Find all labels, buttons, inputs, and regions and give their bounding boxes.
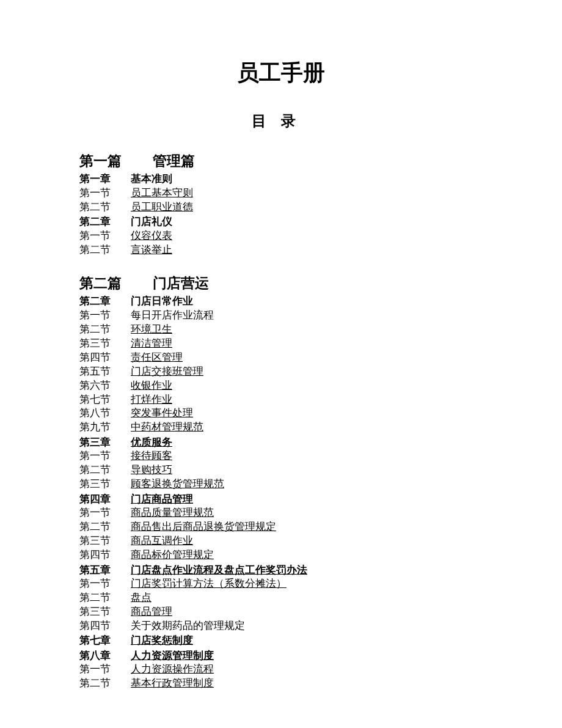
toc-section-label: 第二节 — [79, 200, 131, 214]
toc-section-label: 第二节 — [79, 520, 131, 534]
toc-section-label: 第二节 — [79, 463, 131, 477]
toc-section-title: 人力资源操作流程 — [131, 663, 214, 675]
toc-chapter-title: 门店日常作业 — [131, 295, 193, 307]
toc-section-label: 第四节 — [79, 548, 131, 562]
toc-section-title: 基本行政管理制度 — [131, 677, 214, 689]
toc-section-title: 仪容仪表 — [131, 230, 172, 241]
toc-section-title: 商品互调作业 — [131, 535, 193, 546]
toc-section-line: 第九节中药材管理规范 — [79, 421, 483, 434]
toc-section-label: 第七节 — [79, 393, 131, 406]
toc-section-line: 第三节清洁管理 — [79, 337, 483, 350]
toc-section-label: 第一节 — [79, 229, 131, 243]
toc-section-line: 第七节打烊作业 — [79, 393, 483, 406]
toc-section-line: 第一节人力资源操作流程 — [79, 663, 483, 676]
toc-section-title: 接待顾客 — [131, 450, 172, 461]
toc-chapter-line: 第二章门店日常作业 — [79, 295, 483, 308]
toc-section-title: 收银作业 — [131, 380, 172, 391]
toc-chapter-title: 优质服务 — [131, 436, 172, 448]
toc-section-line: 第一节门店奖罚计算方法（系数分摊法） — [79, 577, 483, 590]
toc-section-label: 第三节 — [79, 605, 131, 619]
toc-chapter-title: 门店商品管理 — [131, 493, 193, 505]
toc-section-line: 第三节商品管理 — [79, 605, 483, 619]
toc-chapter-line: 第一章基本准则 — [79, 172, 483, 186]
toc-section-title: 商品标价管理规定 — [131, 549, 214, 561]
toc-section-line: 第二节环境卫生 — [79, 323, 483, 336]
toc-section-label: 第四节 — [79, 619, 131, 633]
toc-chapter-line: 第四章门店商品管理 — [79, 493, 483, 506]
toc-chapter-label: 第三章 — [79, 436, 131, 449]
toc-chapter-line: 第八章人力资源管理制度 — [79, 649, 483, 663]
toc-section-label: 第三节 — [79, 477, 131, 491]
toc-section-label: 第二节 — [79, 243, 131, 257]
toc-part: 第二篇门店营运第二章门店日常作业第一节每日开店作业流程第二节环境卫生第三节清洁管… — [79, 274, 483, 690]
toc-section-label: 第一节 — [79, 449, 131, 463]
toc-section-title: 言谈举止 — [131, 244, 172, 256]
toc-chapter-label: 第四章 — [79, 493, 131, 506]
toc-chapter-label: 第五章 — [79, 564, 131, 577]
toc-section-line: 第三节商品互调作业 — [79, 534, 483, 548]
toc-section-line: 第五节门店交接班管理 — [79, 365, 483, 378]
toc-chapter-title: 门店奖惩制度 — [131, 634, 193, 646]
toc-section-title: 商品管理 — [131, 606, 172, 617]
toc-section-title: 责任区管理 — [131, 351, 183, 363]
toc-part-title: 门店营运 — [153, 276, 209, 291]
toc-section-title: 商品售出后商品退换货管理规定 — [131, 521, 276, 532]
toc-section-label: 第一节 — [79, 186, 131, 200]
toc-section-title: 顾客退换货管理规范 — [131, 478, 224, 490]
toc-section-title: 商品质量管理规范 — [131, 507, 214, 518]
toc-section-label: 第八节 — [79, 406, 131, 420]
toc-section-line: 第二节言谈举止 — [79, 243, 483, 257]
toc-section-title: 中药材管理规范 — [131, 421, 203, 433]
toc-section-label: 第一节 — [79, 577, 131, 590]
toc-section-line: 第一节商品质量管理规范 — [79, 506, 483, 520]
toc-part-label: 第二篇 — [79, 274, 153, 293]
toc-section-title: 导购技巧 — [131, 464, 172, 476]
toc-section-label: 第五节 — [79, 365, 131, 378]
toc-chapter-line: 第二章门店礼仪 — [79, 215, 483, 229]
toc-chapter-label: 第二章 — [79, 215, 131, 229]
toc-section-line: 第一节仪容仪表 — [79, 229, 483, 243]
toc-section-line: 第四节商品标价管理规定 — [79, 548, 483, 562]
toc-section-line: 第一节员工基本守则 — [79, 186, 483, 200]
toc-chapter-label: 第七章 — [79, 634, 131, 647]
toc-section-title: 清洁管理 — [131, 337, 172, 349]
toc-section-title: 员工基本守则 — [131, 187, 193, 199]
toc-section-line: 第八节突发事件处理 — [79, 406, 483, 420]
toc-chapter-title: 人力资源管理制度 — [131, 650, 214, 661]
toc-chapter-title: 门店盘点作业流程及盘点工作奖罚办法 — [131, 564, 307, 576]
toc-chapter-line: 第五章门店盘点作业流程及盘点工作奖罚办法 — [79, 564, 483, 577]
toc-chapter-title: 门店礼仪 — [131, 216, 172, 227]
document-title: 员工手册 — [79, 58, 483, 88]
toc-section-line: 第四节责任区管理 — [79, 351, 483, 364]
toc-section-label: 第二节 — [79, 591, 131, 605]
toc-section-title: 门店奖罚计算方法（系数分摊法） — [131, 578, 286, 589]
toc-section-label: 第二节 — [79, 323, 131, 336]
toc-heading: 目录 — [79, 111, 483, 131]
toc-chapter-label: 第八章 — [79, 649, 131, 663]
toc-section-title: 打烊作业 — [131, 394, 172, 405]
toc-chapter-line: 第七章门店奖惩制度 — [79, 634, 483, 647]
toc-part-line: 第二篇门店营运 — [79, 274, 483, 293]
toc-section-line: 第一节每日开店作业流程 — [79, 309, 483, 322]
toc-chapter-line: 第三章优质服务 — [79, 436, 483, 449]
toc-section-line: 第二节员工职业道德 — [79, 200, 483, 214]
toc-section-line: 第三节顾客退换货管理规范 — [79, 477, 483, 491]
toc-section-title: 员工职业道德 — [131, 201, 193, 213]
toc-section-title: 突发事件处理 — [131, 407, 193, 419]
toc-section-title: 门店交接班管理 — [131, 366, 203, 377]
toc-section-line: 第四节关于效期药品的管理规定 — [79, 619, 483, 633]
toc-section-label: 第四节 — [79, 351, 131, 364]
toc-section-line: 第六节收银作业 — [79, 379, 483, 392]
toc-section-title: 每日开店作业流程 — [131, 309, 214, 321]
toc-section-label: 第三节 — [79, 337, 131, 350]
toc-section-label: 第六节 — [79, 379, 131, 392]
toc-section-label: 第一节 — [79, 506, 131, 520]
toc-chapter-title: 基本准则 — [131, 173, 172, 185]
toc-section-title: 环境卫生 — [131, 323, 172, 335]
toc-section-label: 第三节 — [79, 534, 131, 548]
toc-chapter-label: 第二章 — [79, 295, 131, 308]
toc-section-line: 第二节商品售出后商品退换货管理规定 — [79, 520, 483, 534]
toc-section-label: 第九节 — [79, 421, 131, 434]
toc-part: 第一篇管理篇第一章基本准则第一节员工基本守则第二节员工职业道德第二章门店礼仪第一… — [79, 152, 483, 257]
toc-part-line: 第一篇管理篇 — [79, 152, 483, 171]
